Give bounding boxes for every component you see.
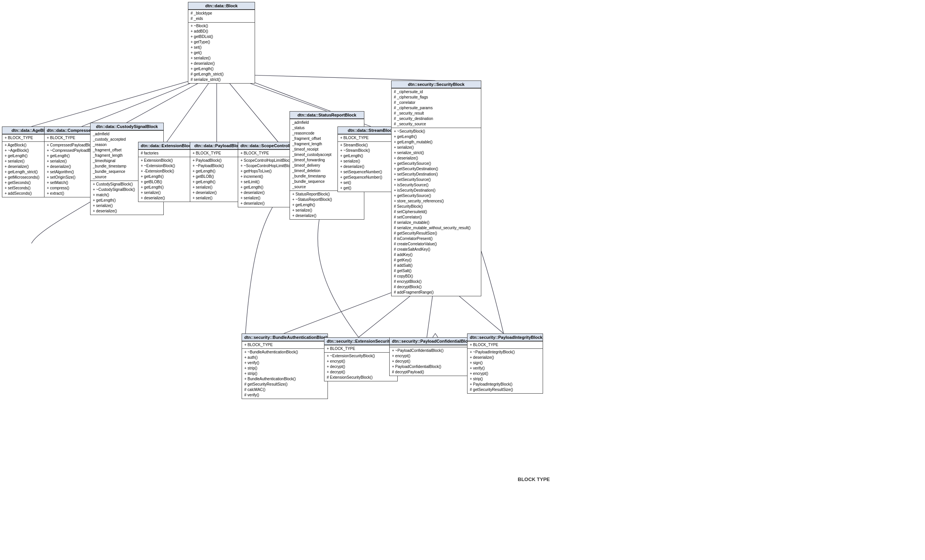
class-security-methods: + ~SecurityBlock() + getLength() + getLe… xyxy=(392,128,481,296)
block-type-label: BLOCK TYPE xyxy=(518,476,550,482)
class-ext-security-fields: + BLOCK_TYPE xyxy=(324,345,397,352)
class-extension-block: dtn::data::ExtensionBlock # factories + … xyxy=(138,142,196,202)
class-block-fields: # _blocktype # _eids xyxy=(188,10,255,22)
class-ext-security-block: dtn::security::ExtensionSecurityBlock + … xyxy=(324,337,398,381)
class-block-methods: + ~Block() + addBD() + getBDList() + get… xyxy=(188,22,255,83)
diagram-container: dtn::data::Block # _blocktype # _eids + … xyxy=(0,0,925,560)
class-bundle-auth-methods: + ~BundleAuthenticationBlock() + auth() … xyxy=(242,348,328,399)
class-custody-title: dtn::data::CustodySignalBlock xyxy=(91,123,163,130)
class-security-title: dtn::security::SecurityBlock xyxy=(392,81,481,88)
class-status-report-title: dtn::data::StatusReportBlock xyxy=(290,112,364,119)
class-ext-security-title: dtn::security::ExtensionSecurityBlock xyxy=(324,338,397,345)
svg-line-0 xyxy=(31,75,211,126)
class-payload-integrity-fields: + BLOCK_TYPE xyxy=(467,341,543,348)
svg-line-9 xyxy=(238,75,435,80)
class-payload-integrity-title: dtn::security::PayloadIntegrityBlock xyxy=(467,334,543,341)
class-payload-integrity-methods: + ~PayloadIntegrityBlock() + deserialize… xyxy=(467,348,543,393)
class-status-report-methods: + StatusReportBlock() + ~StatusReportBlo… xyxy=(290,190,364,219)
svg-line-3 xyxy=(167,75,215,142)
class-bundle-auth-block: dtn::security::BundleAuthenticationBlock… xyxy=(242,333,328,399)
class-extension-methods: + ExtensionBlock() + ~ExtensionBlock() +… xyxy=(138,157,195,202)
class-extension-fields: # factories xyxy=(138,149,195,157)
class-extension-title: dtn::data::ExtensionBlock xyxy=(138,142,195,149)
class-security-block: dtn::security::SecurityBlock # _ciphersu… xyxy=(391,80,481,296)
class-payload-confidential-block: dtn::security::PayloadConfidentialBlock … xyxy=(389,337,468,376)
class-block: dtn::data::Block # _blocktype # _eids + … xyxy=(188,2,255,84)
class-payload-confidential-methods: + ~PayloadConfidentialBlock() + encrypt(… xyxy=(390,347,467,376)
class-security-fields: # _ciphersuite_id # _ciphersuite_flags #… xyxy=(392,88,481,128)
svg-line-6 xyxy=(222,75,278,142)
class-payload-confidential-title: dtn::security::PayloadConfidentialBlock xyxy=(390,338,467,345)
class-ext-security-methods: + ~ExtensionSecurityBlock() + encrypt() … xyxy=(324,352,397,381)
class-block-title: dtn::data::Block xyxy=(188,2,255,10)
class-payload-integrity-block: dtn::security::PayloadIntegrityBlock + B… xyxy=(467,333,543,394)
class-bundle-auth-fields: + BLOCK_TYPE xyxy=(242,341,328,348)
class-bundle-auth-title: dtn::security::BundleAuthenticationBlock xyxy=(242,334,328,341)
